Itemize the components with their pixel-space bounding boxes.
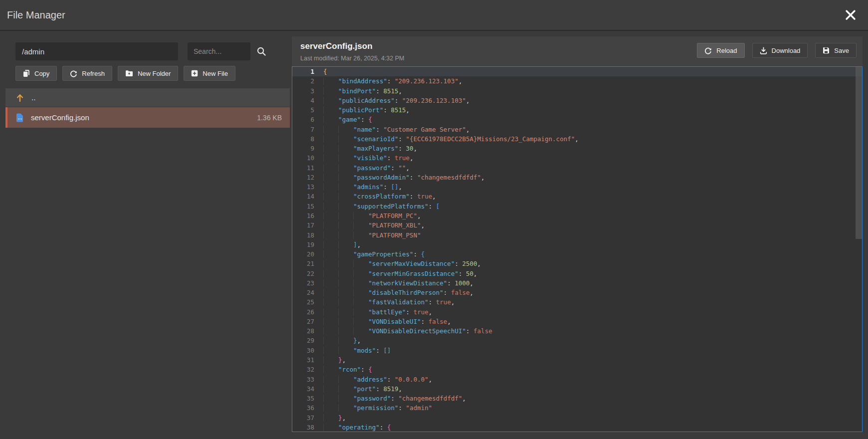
new-file-button[interactable]: New File: [184, 66, 235, 81]
line-number: 30: [292, 346, 314, 355]
line-number: 6: [292, 115, 314, 124]
line-number: 23: [292, 278, 314, 288]
line-number: 15: [292, 202, 314, 211]
code-area[interactable]: 1{2 "bindAddress": "209.236.123.103",3 "…: [292, 67, 862, 432]
line-number: 20: [292, 249, 314, 259]
file-row-serverconfig[interactable]: serverConfig.json 1.36 KB: [5, 107, 290, 128]
close-icon: [845, 9, 857, 21]
code-line[interactable]: 20 "gameProperties": {: [292, 249, 862, 259]
refresh-label: Refresh: [82, 70, 105, 77]
folder-plus-icon: [125, 70, 133, 77]
search-button[interactable]: [251, 42, 271, 60]
close-button[interactable]: [842, 6, 859, 23]
line-number: 12: [292, 173, 314, 182]
code-line[interactable]: 7 "name": "Customer Game Server",: [292, 125, 862, 134]
code-line[interactable]: 27 "VONDisableUI": false,: [292, 317, 862, 326]
code-line[interactable]: 31 },: [292, 355, 862, 365]
code-line[interactable]: 36 "permission": "admin": [292, 403, 862, 413]
code-line[interactable]: 9 "maxPlayers": 30,: [292, 144, 862, 153]
line-number: 18: [292, 230, 314, 240]
code-line[interactable]: 25 "fastValidation": true,: [292, 297, 862, 307]
refresh-button[interactable]: Refresh: [62, 66, 112, 81]
code-line[interactable]: 18 "PLATFORM_PSN": [292, 230, 862, 240]
code-line[interactable]: 38 "operating": {: [292, 423, 862, 432]
line-number: 33: [292, 375, 314, 384]
line-number: 11: [292, 163, 314, 173]
editor-actions: Reload Download Save: [697, 41, 857, 58]
code-line[interactable]: 3 "bindPort": 8515,: [292, 86, 862, 96]
file-plus-icon: [191, 70, 198, 77]
new-folder-button[interactable]: New Folder: [118, 66, 178, 81]
line-number: 26: [292, 307, 314, 317]
code-line[interactable]: 6 "game": {: [292, 115, 862, 124]
code-line[interactable]: 10 "visible": true,: [292, 153, 862, 163]
reload-icon: [704, 47, 712, 54]
code-line[interactable]: 17 "PLATFORM_XBL",: [292, 220, 862, 230]
line-number: 10: [292, 153, 314, 163]
line-number: 28: [292, 326, 314, 336]
editor-vertical-scrollbar[interactable]: [856, 67, 862, 239]
code-editor[interactable]: 1{2 "bindAddress": "209.236.123.103",3 "…: [292, 66, 863, 432]
line-number: 9: [292, 144, 314, 153]
code-line[interactable]: 5 "publicPort": 8515,: [292, 105, 862, 115]
code-line[interactable]: 12 "passwordAdmin": "changemesdfdfdf",: [292, 173, 862, 182]
code-line[interactable]: 16 "PLATFORM_PC",: [292, 211, 862, 220]
code-line[interactable]: 23 "networkViewDistance": 1000,: [292, 278, 862, 288]
file-name: serverConfig.json: [31, 113, 89, 122]
line-number: 5: [292, 105, 314, 115]
file-browser-panel: Copy Refresh New Folder: [5, 36, 290, 432]
code-line[interactable]: 24 "disableThirdPerson": false,: [292, 288, 862, 297]
path-search-row: [15, 42, 290, 60]
code-line[interactable]: 21 "serverMaxViewDistance": 2500,: [292, 259, 862, 268]
editor-header-text: serverConfig.json Last modified: Mar 26,…: [300, 41, 404, 62]
copy-button[interactable]: Copy: [15, 66, 57, 81]
new-folder-label: New Folder: [138, 70, 171, 77]
refresh-icon: [70, 70, 77, 77]
line-number: 17: [292, 220, 314, 230]
code-line[interactable]: 26 "battlEye": true,: [292, 307, 862, 317]
search-input[interactable]: [188, 42, 250, 60]
save-label: Save: [834, 47, 849, 54]
save-icon: [823, 47, 830, 54]
save-button[interactable]: Save: [815, 43, 857, 58]
code-line[interactable]: 14 "crossPlatform": true,: [292, 192, 862, 201]
copy-label: Copy: [34, 70, 49, 77]
code-line[interactable]: 30 "mods": []: [292, 346, 862, 355]
search-icon: [256, 46, 266, 56]
parent-directory-row[interactable]: ..: [5, 88, 290, 107]
code-line[interactable]: 2 "bindAddress": "209.236.123.103",: [292, 76, 862, 86]
code-line[interactable]: 28 "VONDisableDirectSpeechUI": false: [292, 326, 862, 336]
code-line[interactable]: 34 "port": 8519,: [292, 384, 862, 394]
code-line[interactable]: 19 ],: [292, 240, 862, 249]
line-number: 4: [292, 96, 314, 105]
code-line[interactable]: 15 "supportedPlatforms": [: [292, 202, 862, 211]
line-number: 7: [292, 125, 314, 134]
titlebar: File Manager: [0, 0, 868, 31]
code-line[interactable]: 32 "rcon": {: [292, 365, 862, 374]
path-input[interactable]: [15, 42, 178, 60]
code-line[interactable]: 1{: [292, 67, 862, 76]
download-icon: [760, 47, 767, 54]
download-label: Download: [772, 47, 801, 54]
code-line[interactable]: 4 "publicAddress": "209.236.123.103",: [292, 96, 862, 105]
download-button[interactable]: Download: [752, 43, 808, 58]
code-line[interactable]: 35 "password": "changemesdfdfdf",: [292, 394, 862, 403]
reload-button[interactable]: Reload: [697, 43, 744, 58]
line-number: 27: [292, 317, 314, 326]
file-manager-window: File Manager: [0, 0, 868, 432]
code-line[interactable]: 33 "address": "0.0.0.0",: [292, 375, 862, 384]
browser-toolbar: Copy Refresh New Folder: [15, 66, 290, 81]
code-line[interactable]: 29 },: [292, 336, 862, 345]
editor-header: serverConfig.json Last modified: Mar 26,…: [292, 36, 863, 66]
code-line[interactable]: 22 "serverMinGrassDistance": 50,: [292, 269, 862, 278]
window-title: File Manager: [7, 9, 65, 21]
new-file-label: New File: [203, 70, 228, 77]
code-line[interactable]: 37 },: [292, 413, 862, 423]
open-file-title: serverConfig.json: [300, 41, 404, 51]
copy-icon: [23, 70, 30, 77]
code-line[interactable]: 13 "admins": [],: [292, 182, 862, 192]
code-line[interactable]: 8 "scenarioId": "{ECC61978EDCC2B5A}Missi…: [292, 134, 862, 144]
line-number: 29: [292, 336, 314, 345]
line-number: 22: [292, 269, 314, 278]
code-line[interactable]: 11 "password": "",: [292, 163, 862, 173]
